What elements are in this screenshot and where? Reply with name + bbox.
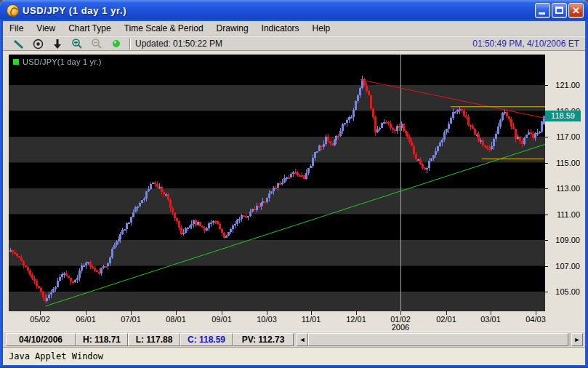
x-axis-tick-label: 01/022006 — [382, 316, 419, 332]
x-axis-label: 02/01 — [428, 316, 464, 324]
legend-swatch — [13, 59, 19, 65]
application-window: USD/JPY (1 day 1 yr.) ✕ File View Chart … — [0, 0, 588, 368]
clock-display: 01:50:49 PM, 4/10/2006 ET — [472, 39, 579, 49]
app-icon — [7, 4, 19, 17]
close-icon: ✕ — [569, 4, 583, 17]
x-axis-label: 07/01 — [113, 316, 149, 324]
y-axis-label: 107.00 — [548, 262, 580, 271]
x-axis-label: 10/03 — [249, 316, 285, 324]
menu-bar: File View Chart Type Time Scale & Period… — [3, 21, 585, 36]
x-axis-tick-label: 08/01 — [158, 316, 194, 324]
x-axis-label: 06/01 — [68, 316, 104, 324]
x-axis-tick-label: 12/01 — [338, 316, 374, 324]
left-arrow-icon: ◄ — [299, 336, 306, 343]
y-axis-label: 113.00 — [548, 184, 580, 193]
circle-dot-icon — [33, 39, 44, 49]
menu-item-indicators[interactable]: Indicators — [255, 21, 306, 36]
y-axis-label: 121.00 — [548, 81, 580, 90]
status-bar: 04/10/2006 H: 118.71 L: 117.88 C: 118.59… — [3, 331, 585, 347]
y-axis-label: 111.00 — [548, 210, 580, 220]
window-border-right — [585, 21, 588, 365]
x-axis-tick-label: 06/01 — [68, 316, 104, 324]
last-price-label: 118.59 — [551, 111, 575, 120]
zoom-in-icon — [71, 38, 83, 49]
horizontal-scrollbar: ◄ ► — [297, 333, 583, 346]
applet-status-text: Java Applet Window — [3, 351, 103, 361]
maximize-button[interactable] — [552, 3, 567, 18]
x-axis-tick-label: 09/01 — [204, 316, 240, 324]
x-axis-label: 03/01 — [472, 316, 509, 324]
low-cell: L: 117.88 — [128, 333, 180, 346]
x-axis-tick-label: 04/03 — [517, 316, 554, 324]
green-ball-icon — [112, 39, 121, 48]
window-title: USD/JPY (1 day 1 yr.) — [23, 5, 535, 16]
close-cell: C: 118.59 — [180, 333, 233, 346]
zoom-out-button[interactable] — [89, 38, 105, 50]
x-axis-label: 09/01 — [204, 316, 240, 324]
x-axis-label: 08/01 — [158, 316, 194, 324]
connection-status-light — [108, 38, 124, 50]
maximize-icon — [555, 7, 563, 14]
down-arrow-tool-button[interactable] — [49, 38, 65, 50]
x-axis-tick-label: 05/02 — [22, 316, 58, 324]
x-axis-tick-label: 03/01 — [472, 316, 509, 324]
x-axis-label: 05/02 — [22, 316, 58, 324]
updated-timestamp: Updated: 01:50:22 PM — [135, 39, 222, 49]
minimize-icon — [539, 12, 545, 15]
right-arrow-icon: ► — [574, 336, 581, 343]
scroll-right-button[interactable]: ► — [571, 333, 583, 346]
menu-item-file[interactable]: File — [3, 21, 30, 36]
x-axis-tick-label: 10/03 — [249, 316, 285, 324]
toolbar: Updated: 01:50:22 PM 01:50:49 PM, 4/10/2… — [3, 36, 585, 51]
x-axis-label: 12/01 — [338, 316, 374, 324]
x-axis-tick-label: 11/01 — [293, 316, 329, 324]
menu-item-view[interactable]: View — [30, 21, 62, 36]
menu-item-help[interactable]: Help — [306, 21, 337, 36]
scroll-thumb[interactable] — [308, 333, 568, 346]
trendline-icon — [13, 39, 24, 49]
high-cell: H: 118.71 — [76, 333, 128, 346]
toolbar-separator — [129, 39, 131, 49]
x-axis-label: 11/01 — [293, 316, 329, 324]
marker-tool-button[interactable] — [30, 38, 46, 50]
chart-region: USD/JPY(1 day 1 yr.) 121.00119.00117.001… — [3, 51, 585, 331]
down-arrow-icon — [53, 39, 62, 49]
x-axis-label: 04/03 — [517, 316, 554, 324]
menu-item-time-scale-period[interactable]: Time Scale & Period — [118, 21, 210, 36]
minimize-button[interactable] — [535, 3, 550, 18]
y-axis-label: 109.00 — [548, 236, 580, 245]
price-canvas[interactable] — [9, 55, 545, 311]
title-bar: USD/JPY (1 day 1 yr.) ✕ — [0, 0, 588, 21]
zoom-out-icon — [91, 38, 102, 49]
trendline-tool-button[interactable] — [10, 38, 26, 50]
menu-item-chart-type[interactable]: Chart Type — [62, 21, 117, 36]
x-axis-tick-label: 07/01 — [113, 316, 149, 324]
applet-status-bar: Java Applet Window — [3, 347, 585, 365]
last-price-box: 118.59 — [545, 111, 581, 121]
legend-label: USD/JPY(1 day 1 yr.) — [23, 57, 102, 66]
zoom-in-button[interactable] — [69, 38, 85, 50]
window-border-bottom — [0, 365, 588, 368]
x-axis-tick-label: 02/01 — [428, 316, 464, 324]
pivot-cell: PV: 112.73 — [233, 333, 294, 346]
y-axis-label: 105.00 — [548, 287, 580, 297]
y-axis-label: 117.00 — [548, 132, 580, 142]
date-cell: 04/10/2006 — [6, 333, 76, 346]
menu-item-drawing[interactable]: Drawing — [210, 21, 255, 36]
close-button[interactable]: ✕ — [568, 3, 584, 18]
chart-legend: USD/JPY(1 day 1 yr.) — [13, 57, 102, 66]
scroll-left-button[interactable]: ◄ — [297, 333, 308, 346]
y-axis-label: 115.00 — [548, 159, 580, 168]
window-border-left — [0, 21, 3, 365]
